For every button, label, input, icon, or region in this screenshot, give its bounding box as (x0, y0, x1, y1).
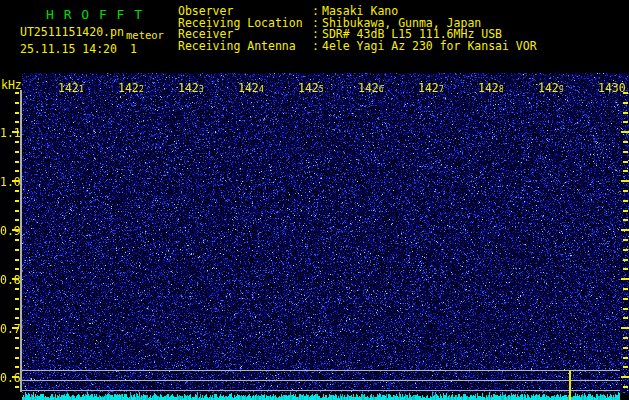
frequency-tick-right (623, 92, 628, 94)
spectrogram-canvas (22, 73, 629, 400)
frequency-tick-left (15, 259, 19, 261)
frequency-tick-right (623, 170, 628, 172)
time-axis-label: 1422 (118, 81, 143, 95)
time-label-main: 142 (538, 81, 559, 95)
frequency-tick-left (15, 121, 19, 123)
time-label-main: 142 (298, 81, 319, 95)
frequency-tick-left (15, 170, 19, 172)
frequency-tick-left (15, 161, 19, 163)
frequency-tick-right (623, 151, 628, 153)
frequency-tick-left (15, 347, 19, 349)
frequency-tick-right (623, 308, 628, 310)
frequency-tick-left (15, 366, 19, 368)
time-label-minute-digit: 8 (499, 81, 503, 95)
app-title: H R O F F T (46, 7, 143, 22)
time-label-main: 142 (58, 81, 79, 95)
frequency-tick-right (623, 200, 628, 202)
frequency-tick-left (15, 190, 19, 192)
info-value: 4ele Yagi Az 230 for Kansai VOR (322, 41, 537, 53)
frequency-tick-right (621, 278, 629, 280)
time-axis-label: 1421 (58, 81, 83, 95)
frequency-tick-right (623, 161, 628, 163)
frequency-tick-left (15, 219, 19, 221)
frequency-tick-right (623, 347, 628, 349)
frequency-tick-right (621, 131, 629, 133)
frequency-tick-left (15, 249, 19, 251)
frequency-tick-right (623, 298, 628, 300)
frequency-tick-left (15, 308, 19, 310)
frequency-tick-left (15, 288, 19, 290)
frequency-tick-left (15, 386, 19, 388)
frequency-axis-label: 0.6 (0, 371, 20, 385)
time-axis-label: 1429 (538, 81, 563, 95)
time-axis-label: 1427 (418, 81, 443, 95)
frequency-tick-right (623, 317, 628, 319)
frequency-tick-right (623, 249, 628, 251)
frequency-tick-right (621, 376, 629, 378)
frequency-tick-left (15, 151, 19, 153)
frequency-tick-right (623, 259, 628, 261)
frequency-axis-label: 1.0 (0, 175, 20, 189)
frequency-tick-right (621, 229, 629, 231)
frequency-axis-label: 0.8 (0, 273, 20, 287)
time-label-minute-digit: 2 (139, 81, 143, 95)
frequency-axis-unit: kHz (1, 78, 22, 92)
observation-datetime: 25.11.15 14:20 (20, 42, 117, 56)
frequency-tick-right (623, 141, 628, 143)
time-label-main: 142 (118, 81, 139, 95)
frequency-tick-right (623, 190, 628, 192)
frequency-tick-right (623, 288, 628, 290)
time-axis-label: 1428 (478, 81, 503, 95)
time-label-main: 142 (178, 81, 199, 95)
time-label-minute-digit: 5 (319, 81, 323, 95)
time-axis-label: 1423 (178, 81, 203, 95)
frequency-tick-left (15, 112, 19, 114)
frequency-tick-right (623, 337, 628, 339)
time-axis-label: 1426 (358, 81, 383, 95)
time-label-minute-digit: 4 (259, 81, 263, 95)
frequency-tick-right (623, 357, 628, 359)
frequency-tick-right (623, 112, 628, 114)
time-label-main: 142 (418, 81, 439, 95)
frequency-tick-left (15, 357, 19, 359)
hrofft-window: H R O F F T UT2511151420.pn meteor 25.11… (0, 0, 629, 400)
frequency-tick-left (15, 141, 19, 143)
station-info-row: Receiving Antenna:4ele Yagi Az 230 for K… (178, 41, 537, 53)
frequency-tick-left (15, 102, 19, 104)
time-label-minute-digit: 6 (379, 81, 383, 95)
frequency-tick-right (623, 239, 628, 241)
frequency-tick-right (621, 327, 629, 329)
frequency-axis-label: 0.9 (0, 224, 20, 238)
frequency-tick-left (15, 200, 19, 202)
frequency-tick-right (623, 366, 628, 368)
frequency-tick-right (621, 180, 629, 182)
frequency-axis-label: 0.7 (0, 322, 20, 336)
frequency-tick-right (623, 386, 628, 388)
time-label-minute-digit: 3 (199, 81, 203, 95)
frequency-tick-right (623, 219, 628, 221)
time-axis-label: 1425 (298, 81, 323, 95)
time-label-minute-digit: 1 (79, 81, 83, 95)
frequency-tick-left (15, 268, 19, 270)
frequency-tick-left (15, 298, 19, 300)
time-label-main: 142 (478, 81, 499, 95)
frequency-tick-left (15, 317, 19, 319)
frequency-tick-left (15, 210, 19, 212)
time-axis-label: 1430 (598, 81, 626, 95)
info-separator: : (312, 41, 322, 53)
frequency-tick-right (623, 210, 628, 212)
frequency-tick-right (623, 121, 628, 123)
time-label-main: 142 (358, 81, 379, 95)
frequency-tick-left (15, 337, 19, 339)
time-axis-label: 1424 (238, 81, 263, 95)
frequency-tick-right (623, 102, 628, 104)
time-label-main: 142 (238, 81, 259, 95)
frequency-tick-right (623, 268, 628, 270)
time-label-minute-digit: 9 (559, 81, 563, 95)
info-label: Receiving Antenna (178, 41, 312, 53)
station-info-block: Observer:Masaki KanoReceiving Location:S… (178, 6, 537, 52)
time-label-minute-digit: 7 (439, 81, 443, 95)
segment-counter: 1 (130, 42, 137, 56)
frequency-tick-left (15, 239, 19, 241)
output-filename: UT2511151420.pn (20, 25, 124, 39)
